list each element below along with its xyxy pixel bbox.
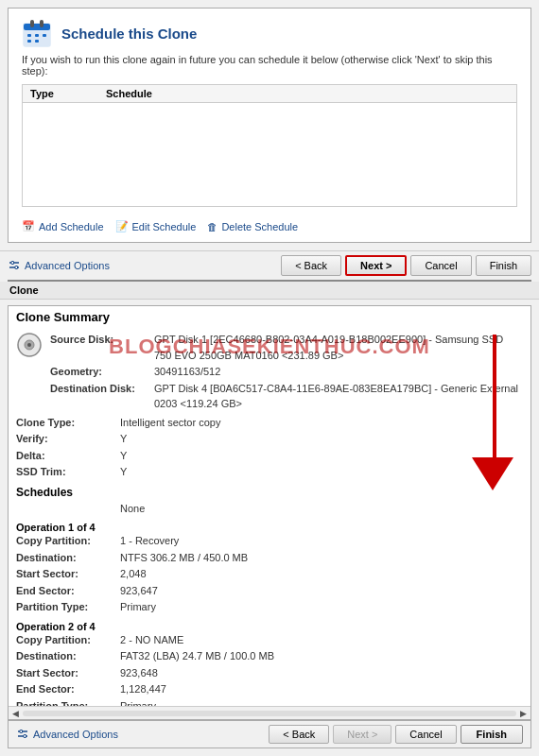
- op2-end-sector-row: End Sector: 1,128,447: [16, 681, 523, 697]
- schedules-section-header: Schedules: [16, 486, 523, 499]
- source-disk-label-row: Source Disk: GPT Disk 1 [2EC46680-B802-0…: [50, 332, 523, 363]
- source-disk-value: GPT Disk 1 [2EC46680-B802-03A4-A019-B18B…: [154, 332, 523, 363]
- operation1-header: Operation 1 of 4: [16, 522, 523, 533]
- op1-copy-partition-label: Copy Partition:: [16, 533, 120, 549]
- clone-label: Clone: [9, 284, 39, 296]
- schedule-panel: Schedule this Clone If you wish to run t…: [8, 8, 531, 243]
- svg-point-15: [27, 343, 31, 347]
- finish-button-bottom[interactable]: Finish: [461, 725, 523, 744]
- delta-value: Y: [120, 448, 523, 464]
- op1-partition-type-value: Primary: [120, 599, 523, 615]
- delete-schedule-button[interactable]: 🗑 Delete Schedule: [207, 220, 298, 232]
- svg-rect-8: [35, 40, 39, 43]
- op1-destination-value: NTFS 306.2 MB / 450.0 MB: [120, 550, 523, 566]
- schedules-value-row: None: [16, 501, 523, 517]
- svg-rect-11: [11, 262, 14, 265]
- advanced-options-container: Advanced Options: [8, 259, 110, 272]
- next-button-top[interactable]: Next >: [345, 255, 407, 276]
- op2-copy-partition-row: Copy Partition: 2 - NO NAME: [16, 632, 523, 648]
- op2-start-sector-row: Start Sector: 923,648: [16, 665, 523, 681]
- bottom-sliders-icon: [16, 728, 29, 741]
- svg-rect-5: [35, 34, 39, 37]
- svg-rect-3: [40, 20, 43, 27]
- destination-disk-value: GPT Disk 4 [B0A6C517-C8A4-11E6-89AE-083E…: [154, 381, 523, 412]
- geometry-row: Geometry: 30491163/512: [50, 364, 523, 380]
- bottom-nav-bar: Advanced Options < Back Next > Cancel Fi…: [8, 720, 531, 748]
- op1-copy-partition-row: Copy Partition: 1 - Recovery: [16, 533, 523, 549]
- clone-type-value: Intelligent sector copy: [120, 415, 523, 431]
- source-disk-row: Source Disk: GPT Disk 1 [2EC46680-B802-0…: [16, 332, 523, 413]
- back-button-top[interactable]: < Back: [281, 255, 341, 276]
- edit-schedule-button[interactable]: 📝 Edit Schedule: [115, 220, 197, 232]
- sliders-icon: [8, 259, 21, 272]
- op1-partition-type-label: Partition Type:: [16, 599, 120, 615]
- op1-destination-label: Destination:: [16, 550, 120, 566]
- op2-destination-row: Destination: FAT32 (LBA) 24.7 MB / 100.0…: [16, 648, 523, 664]
- clone-title-bar: Clone: [0, 282, 539, 300]
- add-schedule-button[interactable]: 📅 Add Schedule: [22, 220, 104, 232]
- op2-partition-type-value: Primary: [120, 698, 523, 707]
- bottom-advanced-options-link[interactable]: Advanced Options: [33, 729, 118, 740]
- clone-type-row: Clone Type: Intelligent sector copy: [16, 415, 523, 431]
- op2-start-sector-value: 923,648: [120, 665, 523, 681]
- cancel-button-top[interactable]: Cancel: [410, 255, 471, 276]
- ssd-trim-value: Y: [120, 464, 523, 480]
- svg-rect-2: [30, 20, 34, 27]
- back-button-bottom[interactable]: < Back: [269, 725, 329, 744]
- horizontal-scrollbar[interactable]: ◀ ▶: [9, 706, 530, 719]
- advanced-options-link[interactable]: Advanced Options: [25, 260, 110, 271]
- scroll-track[interactable]: [23, 711, 516, 716]
- panel-subtitle: If you wish to run this clone again in f…: [9, 54, 530, 84]
- edit-schedule-label: Edit Schedule: [132, 221, 197, 232]
- op1-start-sector-row: Start Sector: 2,048: [16, 566, 523, 582]
- calendar-icon: [22, 18, 52, 48]
- svg-rect-12: [15, 266, 18, 269]
- cancel-button-bottom[interactable]: Cancel: [395, 725, 456, 744]
- op2-end-sector-label: End Sector:: [16, 681, 120, 697]
- op2-copy-partition-label: Copy Partition:: [16, 632, 120, 648]
- op1-start-sector-label: Start Sector:: [16, 566, 120, 582]
- op2-destination-label: Destination:: [16, 648, 120, 664]
- verify-value: Y: [120, 431, 523, 447]
- svg-rect-18: [20, 730, 23, 733]
- panel-title: Schedule this Clone: [61, 26, 197, 42]
- scroll-left-arrow[interactable]: ◀: [12, 709, 19, 718]
- op2-start-sector-label: Start Sector:: [16, 665, 120, 681]
- bottom-nav-buttons: < Back Next > Cancel Finish: [269, 725, 523, 744]
- clone-summary-title: Clone Summary: [9, 306, 530, 328]
- bottom-advanced-options-container: Advanced Options: [16, 728, 118, 741]
- add-schedule-icon: 📅: [22, 220, 35, 232]
- scroll-right-arrow[interactable]: ▶: [520, 709, 527, 718]
- top-nav-buttons: < Back Next > Cancel Finish: [281, 255, 531, 276]
- clone-summary-panel: BLOGCHIASEKIENTHUC.COM Clone Summary Sou…: [8, 305, 531, 720]
- op1-partition-type-row: Partition Type: Primary: [16, 599, 523, 615]
- op2-end-sector-value: 1,128,447: [120, 681, 523, 697]
- schedule-table: Type Schedule: [22, 84, 517, 207]
- op2-destination-value: FAT32 (LBA) 24.7 MB / 100.0 MB: [120, 648, 523, 664]
- source-disk-label: Source Disk:: [50, 332, 154, 363]
- finish-button-top[interactable]: Finish: [476, 255, 531, 276]
- op1-end-sector-value: 923,647: [120, 583, 523, 599]
- col-schedule-header: Schedule: [106, 88, 152, 99]
- svg-rect-4: [27, 34, 31, 37]
- edit-schedule-icon: 📝: [115, 220, 129, 232]
- schedules-empty-label: [16, 501, 120, 517]
- schedule-buttons-bar: 📅 Add Schedule 📝 Edit Schedule 🗑 Delete …: [9, 215, 530, 242]
- top-nav-bar: Advanced Options < Back Next > Cancel Fi…: [0, 250, 539, 280]
- destination-disk-row: Destination Disk: GPT Disk 4 [B0A6C517-C…: [50, 381, 523, 412]
- destination-disk-label: Destination Disk:: [50, 381, 154, 412]
- delta-label: Delta:: [16, 448, 120, 464]
- ssd-trim-row: SSD Trim: Y: [16, 464, 523, 480]
- disk-icon: [16, 332, 43, 358]
- ssd-trim-label: SSD Trim:: [16, 464, 120, 480]
- summary-scroll-area[interactable]: Source Disk: GPT Disk 1 [2EC46680-B802-0…: [9, 328, 530, 706]
- source-disk-content: Source Disk: GPT Disk 1 [2EC46680-B802-0…: [50, 332, 523, 413]
- add-schedule-label: Add Schedule: [39, 221, 104, 232]
- op1-end-sector-row: End Sector: 923,647: [16, 583, 523, 599]
- op2-copy-partition-value: 2 - NO NAME: [120, 632, 523, 648]
- op2-partition-type-row: Partition Type: Primary: [16, 698, 523, 707]
- clone-type-label: Clone Type:: [16, 415, 120, 431]
- op1-end-sector-label: End Sector:: [16, 583, 120, 599]
- panel-header: Schedule this Clone: [9, 9, 530, 54]
- delete-schedule-icon: 🗑: [207, 221, 217, 232]
